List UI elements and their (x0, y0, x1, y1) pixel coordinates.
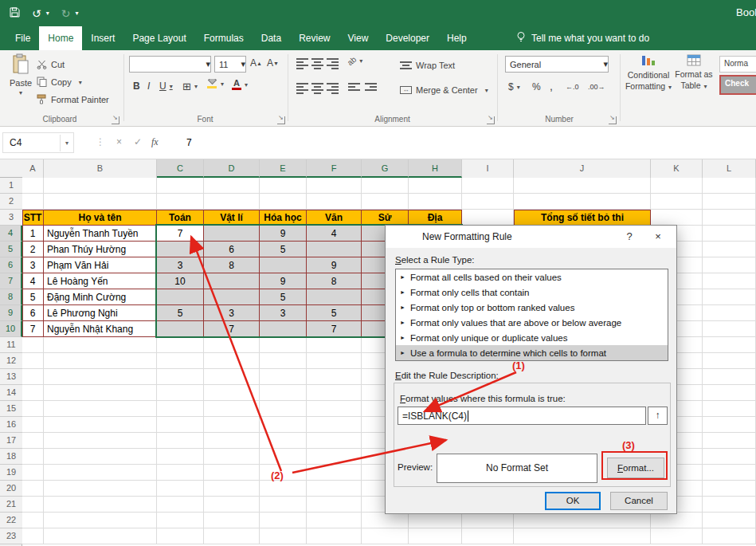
bold-button[interactable]: B (133, 81, 140, 92)
format-as-table-button[interactable]: Format as Table (672, 54, 715, 90)
font-size-combo[interactable]: 11▾ (214, 56, 246, 73)
column-header-H[interactable]: H (409, 159, 462, 178)
tell-me-box[interactable]: Tell me what you want to do (516, 26, 649, 50)
format-button[interactable]: Format... (607, 458, 664, 478)
cell-D9[interactable]: 3 (204, 305, 260, 321)
cell-F6[interactable]: 9 (307, 257, 362, 273)
cell-A6[interactable]: 3 (22, 257, 44, 273)
cell-D7[interactable] (204, 273, 260, 289)
tab-help[interactable]: Help (438, 26, 476, 50)
column-header-I[interactable]: I (462, 159, 514, 178)
cell-C4[interactable]: 7 (157, 226, 204, 242)
name-box[interactable]: C4 ▾ (2, 132, 74, 153)
cell-C6[interactable]: 3 (157, 257, 204, 273)
cell-E5[interactable]: 5 (260, 242, 307, 257)
borders-button[interactable]: ⊞ (182, 81, 198, 92)
cell-D8[interactable] (204, 289, 260, 305)
font-dialog-launcher-icon[interactable] (277, 116, 285, 124)
column-header-E[interactable]: E (260, 159, 307, 178)
cancel-entry-button[interactable]: × (116, 136, 122, 147)
cell-F3[interactable]: Văn (307, 210, 362, 226)
align-middle-button[interactable] (311, 58, 323, 69)
paste-button[interactable]: Paste ▾ (5, 53, 37, 96)
cell-B7[interactable]: Lê Hoàng Yến (44, 273, 157, 289)
cell-D3[interactable]: Vật lí (204, 210, 260, 226)
cell-D10[interactable]: 7 (204, 321, 260, 337)
column-header-C[interactable]: C (157, 159, 204, 178)
dialog-help-button[interactable]: ? (617, 226, 641, 248)
cell-F5[interactable] (307, 242, 362, 257)
alignment-dialog-launcher-icon[interactable] (487, 116, 495, 124)
cell-C10[interactable] (157, 321, 204, 337)
name-box-dropdown-icon[interactable]: ▾ (60, 135, 70, 151)
confirm-entry-button[interactable]: ✓ (134, 136, 142, 147)
currency-button[interactable]: $ (508, 81, 520, 92)
cell-B9[interactable]: Lê Phương Nghi (44, 305, 157, 321)
number-dialog-launcher-icon[interactable] (609, 116, 617, 124)
cell-F7[interactable]: 8 (307, 273, 362, 289)
format-painter-button[interactable]: Format Painter (37, 92, 109, 107)
cell-A3[interactable]: STT (22, 210, 44, 226)
tab-formulas[interactable]: Formulas (195, 26, 253, 50)
cell-B6[interactable]: Phạm Văn Hải (44, 257, 157, 273)
font-name-dropdown-icon[interactable]: ▾ (206, 59, 210, 69)
dialog-close-button[interactable]: × (646, 226, 670, 248)
cell-A10[interactable]: 7 (22, 321, 44, 337)
cell-B10[interactable]: Nguyễn Nhật Khang (44, 321, 157, 337)
redo-button[interactable]: ↻ (61, 7, 71, 20)
increase-indent-button[interactable] (365, 83, 377, 91)
cell-style-check[interactable]: Check (719, 75, 756, 95)
cell-A5[interactable]: 2 (22, 242, 44, 257)
align-right-button[interactable] (327, 83, 339, 94)
cell-D4[interactable] (204, 226, 260, 242)
decrease-decimal-button[interactable]: .00→ (588, 83, 605, 91)
clipboard-dialog-launcher-icon[interactable] (112, 116, 119, 124)
increase-decimal-button[interactable]: ←.0 (566, 83, 579, 91)
merge-center-button[interactable]: ↔ Merge & Center (400, 83, 488, 97)
column-header-K[interactable]: K (651, 159, 703, 178)
fill-color-button[interactable] (206, 79, 224, 88)
cell-C9[interactable]: 5 (157, 305, 204, 321)
insert-function-button[interactable]: fx (151, 136, 159, 148)
tab-file[interactable]: File (6, 26, 39, 50)
cell-C5[interactable] (157, 242, 204, 257)
formula-bar-value[interactable]: 7 (186, 137, 192, 148)
cancel-button[interactable]: Cancel (610, 492, 668, 510)
tab-home[interactable]: Home (39, 26, 82, 50)
conditional-formatting-button[interactable]: Conditional Formatting (626, 54, 671, 91)
font-color-button[interactable]: A (232, 79, 248, 90)
wrap-text-button[interactable]: Wrap Text (400, 58, 455, 73)
cell-F4[interactable]: 4 (307, 226, 362, 242)
rule-type-item-2[interactable]: ►Format only top or bottom ranked values (396, 300, 668, 315)
cell-E7[interactable]: 9 (260, 273, 307, 289)
tab-view[interactable]: View (339, 26, 378, 50)
comma-style-button[interactable]: , (550, 80, 553, 92)
cell-A9[interactable]: 6 (22, 305, 44, 321)
cell-style-normal[interactable]: Norma (719, 56, 756, 73)
undo-dropdown-icon[interactable]: ▾ (46, 10, 49, 17)
cell-A7[interactable]: 4 (22, 273, 44, 289)
cell-C3[interactable]: Toán (157, 210, 204, 226)
dialog-titlebar[interactable]: New Formatting Rule ? × (386, 226, 676, 248)
cell-D6[interactable]: 8 (204, 257, 260, 273)
cell-E3[interactable]: Hóa học (260, 210, 307, 226)
font-size-dropdown-icon[interactable]: ▾ (241, 59, 245, 69)
column-header-A[interactable]: A (22, 159, 44, 178)
column-header-B[interactable]: B (44, 159, 157, 178)
rule-type-item-5[interactable]: ►Use a formula to determine which cells … (396, 345, 668, 360)
cell-F9[interactable]: 5 (307, 305, 362, 321)
cell-E4[interactable]: 9 (260, 226, 307, 242)
align-left-button[interactable] (296, 83, 308, 94)
column-header-J[interactable]: J (514, 159, 651, 178)
save-icon[interactable] (10, 7, 20, 20)
orientation-button[interactable]: ab (347, 57, 362, 65)
tab-page-layout[interactable]: Page Layout (123, 26, 194, 50)
cell-J3[interactable]: Tổng số tiết bỏ thi (514, 210, 651, 226)
tab-insert[interactable]: Insert (82, 26, 123, 50)
cell-C8[interactable] (157, 289, 204, 305)
rule-type-item-3[interactable]: ►Format only values that are above or be… (396, 315, 668, 330)
decrease-indent-button[interactable] (348, 83, 360, 91)
cut-button[interactable]: Cut (37, 57, 65, 72)
cell-E10[interactable] (260, 321, 307, 337)
percent-button[interactable]: % (532, 81, 541, 92)
